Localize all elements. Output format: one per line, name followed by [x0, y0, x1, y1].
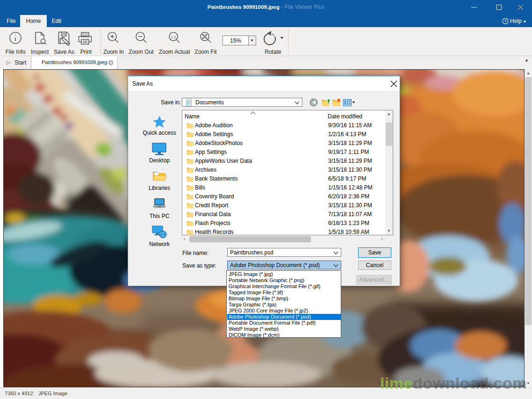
svg-text:1:1: 1:1	[171, 35, 176, 39]
svg-text:?: ?	[504, 19, 506, 23]
